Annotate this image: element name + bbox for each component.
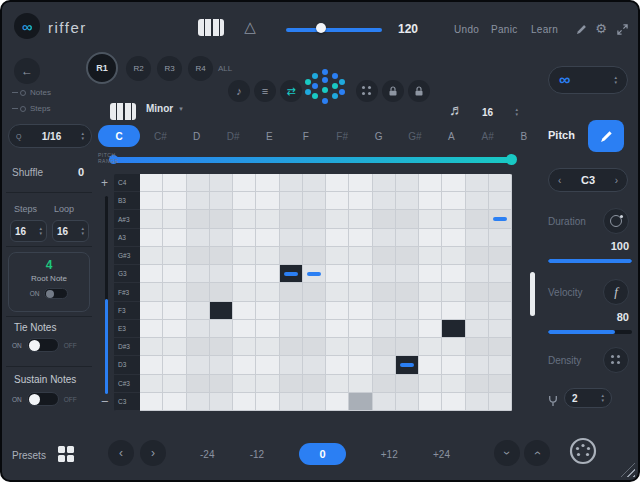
grid-cell-e3-15[interactable]: [489, 320, 512, 338]
grid-cell-cs3-3[interactable]: [210, 375, 233, 393]
grid-cell-f3-0[interactable]: [140, 302, 163, 320]
grid-cell-ds3-6[interactable]: [280, 338, 303, 356]
grid-cell-a3-7[interactable]: [303, 229, 326, 247]
notes-mode-toggle[interactable]: Notes: [12, 88, 51, 97]
grid-cell-d3-0[interactable]: [140, 356, 163, 374]
grid-cell-d3-15[interactable]: [489, 356, 512, 374]
grid-cell-a3-3[interactable]: [210, 229, 233, 247]
grid-cell-fs3-8[interactable]: [326, 283, 349, 301]
grid-cell-a3-13[interactable]: [442, 229, 465, 247]
tie-notes-toggle[interactable]: [27, 338, 59, 352]
grid-cell-ds3-7[interactable]: [303, 338, 326, 356]
grid-cell-d3-13[interactable]: [442, 356, 465, 374]
grid-cell-a3-6[interactable]: [280, 229, 303, 247]
grid-cell-b3-3[interactable]: [210, 192, 233, 210]
note-selector-next-icon[interactable]: ›: [615, 175, 618, 186]
grid-cell-c4-2[interactable]: [187, 174, 210, 192]
note-pill-cs[interactable]: C#: [144, 125, 176, 147]
grid-cell-d3-3[interactable]: [210, 356, 233, 374]
voices-spinner[interactable]: ▴▾: [601, 393, 604, 403]
grid-cell-c4-7[interactable]: [303, 174, 326, 192]
grid-cell-ds3-0[interactable]: [140, 338, 163, 356]
grid-cell-cs3-15[interactable]: [489, 375, 512, 393]
grid-cell-f3-13[interactable]: [442, 302, 465, 320]
grid-cell-cs3-9[interactable]: [349, 375, 372, 393]
grid-cell-ds3-3[interactable]: [210, 338, 233, 356]
grid-cell-c3-0[interactable]: [140, 393, 163, 411]
bpm-slider-knob[interactable]: [316, 23, 326, 33]
grid-cell-b3-5[interactable]: [256, 192, 279, 210]
grid-cell-a3-0[interactable]: [140, 229, 163, 247]
settings-gear-icon[interactable]: ⚙: [594, 21, 608, 35]
note-pill-as[interactable]: A#: [472, 125, 504, 147]
grid-cell-g3-6[interactable]: [280, 265, 303, 283]
grid-cell-cs3-5[interactable]: [256, 375, 279, 393]
grid-cell-as3-11[interactable]: [396, 210, 419, 228]
grid-cell-b3-11[interactable]: [396, 192, 419, 210]
grid-cell-cs3-10[interactable]: [373, 375, 396, 393]
note-pill-ds[interactable]: D#: [217, 125, 249, 147]
grid-cell-ds3-2[interactable]: [187, 338, 210, 356]
note-pill-e[interactable]: E: [253, 125, 285, 147]
grid-cell-gs3-3[interactable]: [210, 247, 233, 265]
grid-cell-fs3-10[interactable]: [373, 283, 396, 301]
grid-cell-cs3-6[interactable]: [280, 375, 303, 393]
grid-cell-g3-9[interactable]: [349, 265, 372, 283]
scale-keyboard-button[interactable]: [110, 103, 136, 120]
steps-per-bar-spinner[interactable]: ▴▾: [515, 107, 518, 117]
grid-cell-c3-2[interactable]: [187, 393, 210, 411]
grid-cell-b3-10[interactable]: [373, 192, 396, 210]
grid-cell-fs3-14[interactable]: [466, 283, 489, 301]
grid-cell-a3-1[interactable]: [163, 229, 186, 247]
grid-cell-ds3-11[interactable]: [396, 338, 419, 356]
lock-steps-button[interactable]: [408, 80, 430, 102]
grid-cell-as3-8[interactable]: [326, 210, 349, 228]
grid-cell-g3-8[interactable]: [326, 265, 349, 283]
grid-cell-ds3-15[interactable]: [489, 338, 512, 356]
transpose--12[interactable]: -12: [250, 449, 264, 460]
note-pill-b[interactable]: B: [508, 125, 540, 147]
grid-cell-b3-8[interactable]: [326, 192, 349, 210]
grid-cell-fs3-7[interactable]: [303, 283, 326, 301]
undo-button[interactable]: Undo: [454, 24, 479, 35]
riff-slot-r3[interactable]: R3: [157, 56, 182, 81]
grid-cell-d3-5[interactable]: [256, 356, 279, 374]
grid-cell-e3-5[interactable]: [256, 320, 279, 338]
pitch-range-slider[interactable]: [105, 196, 108, 394]
grid-cell-e3-2[interactable]: [187, 320, 210, 338]
grid-cell-f3-5[interactable]: [256, 302, 279, 320]
grid-cell-f3-7[interactable]: [303, 302, 326, 320]
grid-cell-d3-10[interactable]: [373, 356, 396, 374]
riff-slot-r2[interactable]: R2: [126, 56, 151, 81]
grid-cell-fs3-11[interactable]: [396, 283, 419, 301]
grid-cell-b3-2[interactable]: [187, 192, 210, 210]
sustain-notes-toggle[interactable]: [27, 392, 59, 406]
grid-cell-g3-14[interactable]: [466, 265, 489, 283]
grid-cell-b3-4[interactable]: [233, 192, 256, 210]
grid-cell-b3-0[interactable]: [140, 192, 163, 210]
grid-cell-fs3-13[interactable]: [442, 283, 465, 301]
note-pill-g[interactable]: G: [363, 125, 395, 147]
note-pill-c[interactable]: C: [98, 125, 140, 147]
grid-cell-cs3-0[interactable]: [140, 375, 163, 393]
transpose-0[interactable]: 0: [299, 443, 345, 465]
grid-cell-ds3-8[interactable]: [326, 338, 349, 356]
grid-cell-ds3-1[interactable]: [163, 338, 186, 356]
grid-cell-b3-6[interactable]: [280, 192, 303, 210]
grid-cell-g3-2[interactable]: [187, 265, 210, 283]
grid-cell-gs3-9[interactable]: [349, 247, 372, 265]
grid-cell-c4-14[interactable]: [466, 174, 489, 192]
grid-cell-d3-1[interactable]: [163, 356, 186, 374]
grid-cell-e3-8[interactable]: [326, 320, 349, 338]
transpose-+24[interactable]: +24: [433, 449, 450, 460]
grid-cell-cs3-12[interactable]: [419, 375, 442, 393]
grid-cell-d3-11[interactable]: [396, 356, 419, 374]
grid-cell-fs3-3[interactable]: [210, 283, 233, 301]
quantize-spinner[interactable]: ▴▾: [81, 131, 84, 141]
grid-cell-ds3-4[interactable]: [233, 338, 256, 356]
grid-cell-e3-10[interactable]: [373, 320, 396, 338]
note-selector-prev-icon[interactable]: ‹: [558, 175, 561, 186]
grid-cell-d3-7[interactable]: [303, 356, 326, 374]
grid-cell-a3-2[interactable]: [187, 229, 210, 247]
grid-cell-b3-12[interactable]: [419, 192, 442, 210]
